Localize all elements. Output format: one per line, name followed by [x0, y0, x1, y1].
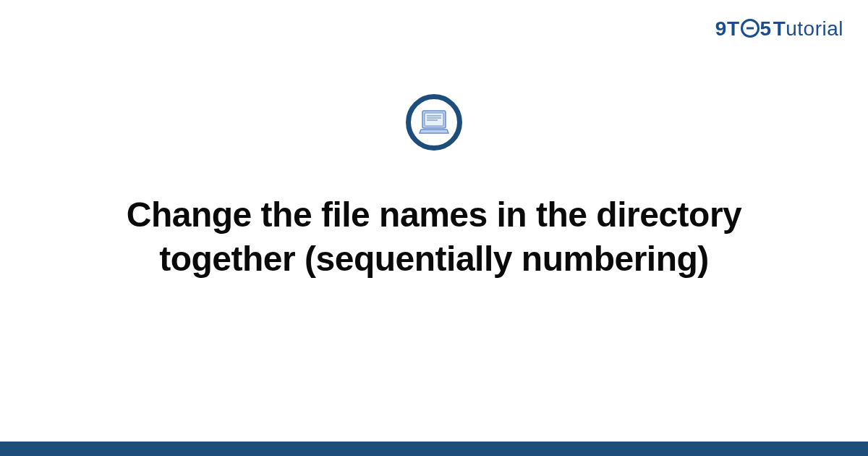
logo-t1: T	[727, 17, 740, 41]
laptop-icon	[419, 109, 449, 135]
logo-o-icon	[741, 19, 760, 38]
logo-five: 5	[760, 17, 772, 41]
page-title: Change the file names in the directory t…	[101, 193, 767, 282]
logo-tutorial: Tutorial	[773, 17, 843, 41]
laptop-icon-ring	[406, 94, 462, 151]
logo-t2: T	[773, 17, 786, 40]
brand-logo: 9 T 5 Tutorial	[715, 17, 843, 41]
logo-utorial: utorial	[786, 17, 843, 40]
svg-rect-1	[425, 113, 443, 126]
footer-bar	[0, 442, 868, 456]
logo-nine: 9	[715, 17, 727, 41]
main-content: Change the file names in the directory t…	[0, 94, 868, 282]
